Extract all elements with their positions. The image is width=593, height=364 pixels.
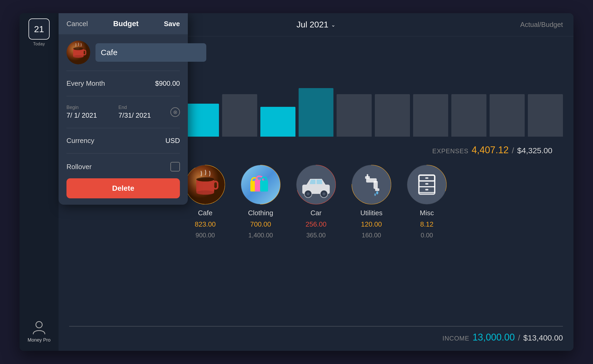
sidebar: 21 Today Money Pro xyxy=(20,13,59,351)
income-row: INCOME 13,000.00 / $13,400.00 xyxy=(59,327,573,351)
svg-rect-28 xyxy=(375,188,379,191)
svg-point-6 xyxy=(197,178,213,181)
end-label: End xyxy=(118,105,167,110)
bar-group-7[interactable] xyxy=(337,94,372,137)
svg-rect-40 xyxy=(425,177,428,179)
modal-divider-2 xyxy=(66,96,180,96)
category-name-0: Cafe xyxy=(198,209,213,217)
category-inner-3 xyxy=(352,165,391,204)
category-name-input[interactable] xyxy=(95,43,206,62)
category-icon-wrap-2 xyxy=(295,164,337,206)
modal-category-icon[interactable] xyxy=(66,41,90,64)
chevron-down-icon[interactable]: ⌄ xyxy=(331,22,336,28)
svg-point-31 xyxy=(376,191,378,194)
currency-value: USD xyxy=(165,137,180,145)
bar-group-10[interactable] xyxy=(451,94,486,137)
bar-actual-3 xyxy=(184,104,219,137)
end-value[interactable]: 7/31/ 2021 xyxy=(118,111,167,119)
bar-actual-5 xyxy=(260,107,295,137)
rollover-checkbox[interactable] xyxy=(170,162,180,171)
svg-point-22 xyxy=(322,192,326,195)
category-inner-4 xyxy=(407,165,446,204)
category-budget-2: 365.00 xyxy=(306,232,326,239)
bar-group-3[interactable] xyxy=(184,104,219,137)
modal-category-row xyxy=(66,41,180,64)
category-budget-3: 160.00 xyxy=(362,232,381,239)
bar-group-4[interactable] xyxy=(222,94,257,137)
main-content: Edit Jul 2021 ⌄ Actual/Budget $14,780.00… xyxy=(59,13,573,351)
currency-label: Currency xyxy=(66,137,94,145)
category-icon-wrap-3 xyxy=(350,164,393,206)
save-button[interactable]: Save xyxy=(164,20,180,28)
bar-group-9[interactable] xyxy=(413,94,448,137)
bar-group-11[interactable] xyxy=(490,94,525,137)
modal-rollover-row: Rollover xyxy=(66,158,180,176)
modal-title: Budget xyxy=(113,20,138,28)
clear-dates-button[interactable]: ⊗ xyxy=(170,107,180,117)
category-name-3: Utilities xyxy=(360,209,382,217)
category-actual-4: 8.12 xyxy=(420,220,434,228)
category-budget-4: 0.00 xyxy=(421,232,433,239)
modal-body: Every Month $900.00 Begin 7/ 1/ 2021 End… xyxy=(59,34,188,205)
category-card-misc[interactable]: Misc8.120.00 xyxy=(406,164,448,239)
bar-group-12[interactable] xyxy=(528,94,563,137)
expenses-label: EXPENSES xyxy=(432,147,468,155)
delete-button[interactable]: Delete xyxy=(66,178,180,198)
frequency-label: Every Month xyxy=(66,79,105,88)
bar-selected-6 xyxy=(299,88,334,137)
svg-point-48 xyxy=(73,55,84,58)
svg-rect-12 xyxy=(260,180,268,191)
income-divider-slash: / xyxy=(518,333,520,342)
bar-empty-12 xyxy=(528,94,563,137)
category-name-2: Car xyxy=(310,209,322,217)
bar-empty-8 xyxy=(375,94,410,137)
category-actual-3: 120.00 xyxy=(361,220,382,228)
category-actual-0: 823.00 xyxy=(195,220,216,228)
bar-group-5[interactable] xyxy=(260,107,295,137)
cancel-button[interactable]: Cancel xyxy=(66,20,88,28)
person-icon xyxy=(31,319,47,335)
header-center: Jul 2021 ⌄ xyxy=(296,20,336,30)
category-actual-2: 256.00 xyxy=(305,220,327,228)
begin-date-group: Begin 7/ 1/ 2021 xyxy=(66,105,115,119)
category-icon-wrap-1 xyxy=(240,164,282,206)
income-actual: 13,000.00 xyxy=(472,332,515,343)
bar-group-6[interactable] xyxy=(299,88,334,137)
bar-empty-4 xyxy=(222,94,257,137)
bar-empty-10 xyxy=(451,94,486,137)
svg-rect-41 xyxy=(425,183,428,185)
category-inner-0 xyxy=(186,165,225,204)
category-card-clothing[interactable]: Clothing700.001,400.00 xyxy=(240,164,282,239)
today-widget[interactable]: 21 Today xyxy=(28,18,50,46)
month-label: Jul 2021 xyxy=(296,20,328,30)
modal-header: Cancel Budget Save xyxy=(59,13,188,34)
category-inner-1 xyxy=(241,165,280,204)
category-budget-1: 1,400.00 xyxy=(248,232,273,239)
modal-divider-1 xyxy=(66,71,180,71)
category-card-car[interactable]: Car256.00365.00 xyxy=(295,164,337,239)
expenses-budget: $4,325.00 xyxy=(517,146,552,155)
app-name: Money Pro xyxy=(27,337,50,343)
svg-point-21 xyxy=(307,192,310,195)
category-card-cafe[interactable]: Cafe823.00900.00 xyxy=(184,164,226,239)
income-label: INCOME xyxy=(442,335,469,342)
amount-value[interactable]: $900.00 xyxy=(155,79,180,88)
modal-frequency-row: Every Month $900.00 xyxy=(66,75,180,92)
category-budget-0: 900.00 xyxy=(195,232,215,239)
svg-point-51 xyxy=(75,48,80,49)
bar-group-8[interactable] xyxy=(375,94,410,137)
begin-value[interactable]: 7/ 1/ 2021 xyxy=(66,111,115,119)
bar-empty-11 xyxy=(490,94,525,137)
edit-modal: Cancel Budget Save xyxy=(59,13,188,205)
modal-currency-row: Currency USD xyxy=(66,132,180,149)
svg-rect-27 xyxy=(374,181,378,189)
svg-point-25 xyxy=(352,165,391,204)
category-inner-2 xyxy=(296,165,336,204)
end-date-group: End 7/31/ 2021 xyxy=(118,105,167,119)
category-name-1: Clothing xyxy=(248,209,273,217)
sidebar-bottom: Money Pro xyxy=(27,319,50,343)
category-card-utilities[interactable]: Utilities120.00160.00 xyxy=(350,164,393,239)
bar-empty-7 xyxy=(337,94,372,137)
begin-label: Begin xyxy=(66,105,115,110)
expenses-divider: / xyxy=(512,146,514,155)
